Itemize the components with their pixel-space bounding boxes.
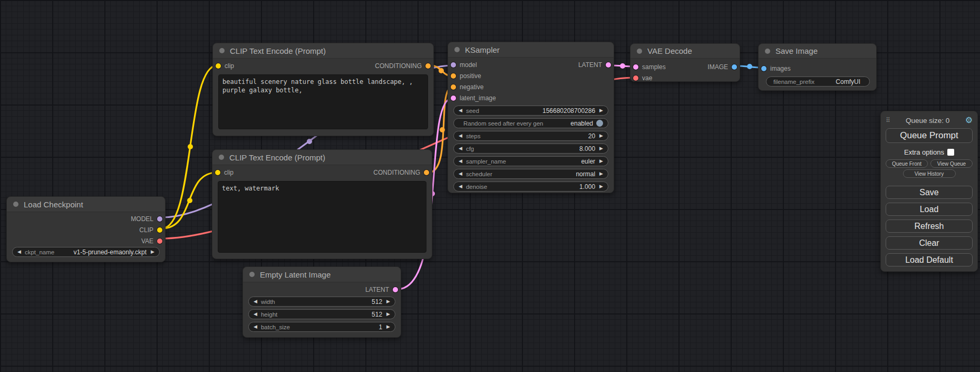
load-button[interactable]: Load <box>886 203 973 216</box>
collapse-dot-icon[interactable] <box>13 202 18 207</box>
next-value-arrow-icon[interactable]: ▶ <box>386 312 390 317</box>
input-label-positive: positive <box>460 72 481 80</box>
widget-label: batch_size <box>261 324 290 330</box>
collapse-dot-icon[interactable] <box>219 48 225 53</box>
widget-batch-size[interactable]: ◀ batch_size 1 ▶ <box>248 322 395 332</box>
prev-value-arrow-icon[interactable]: ◀ <box>459 133 462 138</box>
queue-panel[interactable]: ⠿ Queue size: 0 ⚙ Queue Prompt Extra opt… <box>880 111 978 272</box>
node-load-checkpoint[interactable]: Load Checkpoint MODEL CLIP VAE ◀ ckpt_na… <box>6 196 166 262</box>
next-value-arrow-icon[interactable]: ▶ <box>599 133 603 138</box>
port-image-output[interactable] <box>732 64 737 70</box>
port-samples-input[interactable] <box>633 64 638 70</box>
drag-handle-icon[interactable]: ⠿ <box>886 117 890 124</box>
port-vae-input[interactable] <box>633 75 638 81</box>
node-title-bar[interactable]: Load Checkpoint <box>7 197 165 212</box>
next-value-arrow-icon[interactable]: ▶ <box>599 171 603 176</box>
node-title-bar[interactable]: Empty Latent Image <box>243 267 401 282</box>
toggle-knob[interactable] <box>596 120 603 127</box>
collapse-dot-icon[interactable] <box>454 47 460 52</box>
node-title-bar[interactable]: CLIP Text Encode (Prompt) <box>213 43 433 59</box>
port-positive-input[interactable] <box>451 73 456 79</box>
prompt-textarea[interactable]: text, watermark <box>218 181 426 253</box>
next-value-arrow-icon[interactable]: ▶ <box>386 299 390 304</box>
wire-midpoint-dot <box>188 144 193 149</box>
port-images-input[interactable] <box>761 66 766 71</box>
widget-scheduler[interactable]: ◀ scheduler normal ▶ <box>453 169 608 179</box>
node-clip-text-encode-negative[interactable]: CLIP Text Encode (Prompt) clip CONDITION… <box>212 149 432 259</box>
collapse-dot-icon[interactable] <box>249 272 255 277</box>
widget-label: denoise <box>466 184 487 190</box>
prev-value-arrow-icon[interactable]: ◀ <box>459 171 462 176</box>
clear-button[interactable]: Clear <box>886 236 973 250</box>
port-latent-output[interactable] <box>393 287 398 292</box>
next-value-arrow-icon[interactable]: ▶ <box>599 159 603 164</box>
save-button[interactable]: Save <box>886 186 973 199</box>
load-default-button[interactable]: Load Default <box>886 253 973 266</box>
widget-random-seed-toggle[interactable]: Random seed after every gen enabled <box>453 118 608 128</box>
input-label-samples: samples <box>642 63 666 71</box>
input-label-model: model <box>460 61 477 69</box>
next-value-arrow-icon[interactable]: ▶ <box>599 184 603 189</box>
widget-width[interactable]: ◀ width 512 ▶ <box>248 297 395 307</box>
node-title-bar[interactable]: KSampler <box>448 42 614 58</box>
port-latent-image-input[interactable] <box>451 96 456 101</box>
port-clip-input[interactable] <box>216 63 221 69</box>
port-vae-output[interactable] <box>157 239 162 244</box>
node-title-bar[interactable]: CLIP Text Encode (Prompt) <box>212 150 432 165</box>
port-conditioning-output[interactable] <box>424 170 429 175</box>
prev-value-arrow-icon[interactable]: ◀ <box>459 159 462 164</box>
port-clip-input[interactable] <box>215 170 220 175</box>
collapse-dot-icon[interactable] <box>637 49 642 54</box>
node-vae-decode[interactable]: VAE Decode samples IMAGE vae <box>630 43 740 82</box>
prev-value-arrow-icon[interactable]: ◀ <box>254 325 257 329</box>
output-label-latent: LATENT <box>578 61 602 69</box>
collapse-dot-icon[interactable] <box>219 155 224 160</box>
wire-clip-negative <box>162 173 217 228</box>
port-model-input[interactable] <box>451 62 456 68</box>
widget-label: steps <box>466 133 481 139</box>
next-value-arrow-icon[interactable]: ▶ <box>599 146 603 151</box>
widget-value: 1 <box>379 323 382 331</box>
node-clip-text-encode-positive[interactable]: CLIP Text Encode (Prompt) clip CONDITION… <box>212 43 434 136</box>
port-conditioning-output[interactable] <box>425 63 431 69</box>
port-negative-input[interactable] <box>451 84 456 90</box>
collapse-dot-icon[interactable] <box>765 49 770 54</box>
widget-seed[interactable]: ◀ seed 156680208700286 ▶ <box>453 106 608 116</box>
node-ksampler[interactable]: KSampler model LATENT positive negative … <box>448 42 614 193</box>
view-history-button[interactable]: View History <box>903 169 956 178</box>
prev-value-arrow-icon[interactable]: ◀ <box>254 312 257 317</box>
widget-label: height <box>261 311 277 318</box>
input-label-vae: vae <box>642 74 652 82</box>
widget-cfg[interactable]: ◀ cfg 8.000 ▶ <box>453 144 608 154</box>
prev-value-arrow-icon[interactable]: ◀ <box>459 146 462 151</box>
widget-height[interactable]: ◀ height 512 ▶ <box>248 309 395 319</box>
next-value-arrow-icon[interactable]: ▶ <box>151 250 154 254</box>
settings-gear-icon[interactable]: ⚙ <box>965 116 973 125</box>
node-title: VAE Decode <box>647 46 692 55</box>
prev-value-arrow-icon[interactable]: ◀ <box>17 250 21 254</box>
port-latent-output[interactable] <box>606 62 611 68</box>
prev-value-arrow-icon[interactable]: ◀ <box>254 299 257 304</box>
widget-steps[interactable]: ◀ steps 20 ▶ <box>453 131 608 141</box>
node-graph-canvas[interactable]: Load Checkpoint MODEL CLIP VAE ◀ ckpt_na… <box>0 0 980 372</box>
extra-options-checkbox[interactable] <box>947 149 954 156</box>
widget-denoise[interactable]: ◀ denoise 1.000 ▶ <box>453 182 608 192</box>
prompt-textarea[interactable]: beautiful scenery nature glass bottle la… <box>218 74 428 129</box>
node-title-bar[interactable]: Save Image <box>759 44 876 59</box>
port-clip-output[interactable] <box>157 227 162 233</box>
widget-filename-prefix[interactable]: filename_prefix ComfyUI <box>766 77 870 87</box>
widget-sampler-name[interactable]: ◀ sampler_name euler ▶ <box>453 156 608 166</box>
widget-ckpt-name[interactable]: ◀ ckpt_name v1-5-pruned-emaonly.ckpt ▶ <box>12 247 160 257</box>
prev-value-arrow-icon[interactable]: ◀ <box>459 108 462 113</box>
view-queue-button[interactable]: View Queue <box>930 159 973 168</box>
prev-value-arrow-icon[interactable]: ◀ <box>459 184 462 189</box>
node-save-image[interactable]: Save Image images filename_prefix ComfyU… <box>758 43 877 91</box>
queue-front-button[interactable]: Queue Front <box>886 159 928 168</box>
node-title-bar[interactable]: VAE Decode <box>630 44 740 59</box>
refresh-button[interactable]: Refresh <box>886 220 973 233</box>
queue-prompt-button[interactable]: Queue Prompt <box>886 128 973 143</box>
next-value-arrow-icon[interactable]: ▶ <box>599 108 603 113</box>
next-value-arrow-icon[interactable]: ▶ <box>386 325 390 329</box>
node-empty-latent-image[interactable]: Empty Latent Image LATENT ◀ width 512 ▶ … <box>242 266 401 338</box>
port-model-output[interactable] <box>157 216 162 222</box>
